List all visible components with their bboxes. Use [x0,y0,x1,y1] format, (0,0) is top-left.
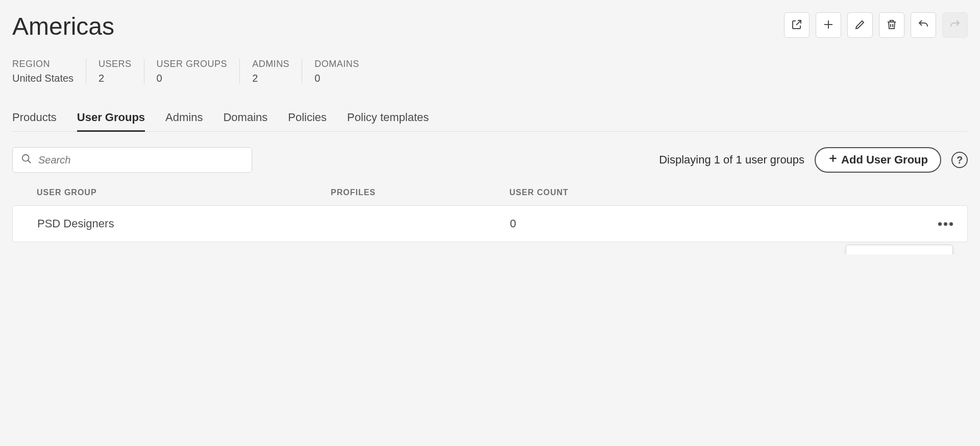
stat-admins: ADMINS 2 [240,59,302,84]
row-name: PSD Designers [37,217,331,230]
stat-users: USERS 2 [86,59,144,84]
undo-button[interactable] [911,12,936,38]
more-icon [938,222,942,226]
tab-policy-templates[interactable]: Policy templates [347,105,429,132]
delete-button[interactable] [879,12,904,38]
redo-button [942,12,968,38]
search-icon [21,153,38,167]
pencil-icon [854,18,866,32]
search-wrap[interactable] [12,147,252,173]
toolbar [784,12,968,38]
plus-icon [828,153,838,167]
stat-value: 2 [99,73,132,84]
tab-policies[interactable]: Policies [288,105,327,132]
svg-point-0 [22,155,29,161]
row-count: 0 [510,217,714,230]
stat-value: United States [12,73,74,84]
stat-label: DOMAINS [314,59,359,69]
context-menu: Edit User Group Delete User Group [846,245,953,254]
edit-button[interactable] [847,12,873,38]
add-button[interactable] [816,12,841,38]
help-button[interactable]: ? [951,152,968,168]
question-icon: ? [957,154,963,166]
stat-user-groups: USER GROUPS 0 [144,59,240,84]
export-icon [791,18,803,32]
add-button-label: Add User Group [841,153,928,167]
tab-domains[interactable]: Domains [223,105,267,132]
plus-icon [822,18,835,32]
tabs: Products User Groups Admins Domains Poli… [12,105,968,132]
add-user-group-button[interactable]: Add User Group [815,147,941,173]
stat-label: REGION [12,59,74,69]
stat-label: USER GROUPS [157,59,228,69]
menu-edit-user-group[interactable]: Edit User Group [846,245,952,254]
page-title: Americas [12,12,114,40]
th-profiles: PROFILES [331,188,509,197]
export-button[interactable] [784,12,810,38]
stat-domains: DOMAINS 0 [302,59,372,84]
stat-label: ADMINS [252,59,289,69]
th-user-count: USER COUNT [509,188,714,197]
undo-icon [917,18,929,32]
tab-user-groups[interactable]: User Groups [77,105,145,132]
tab-products[interactable]: Products [12,105,57,132]
stat-value: 2 [252,73,289,84]
tab-admins[interactable]: Admins [165,105,203,132]
stat-region: REGION United States [12,59,86,84]
th-user-group: USER GROUP [37,188,331,197]
displaying-count: Displaying 1 of 1 user groups [659,153,804,167]
redo-icon [949,18,961,32]
table-header: USER GROUP PROFILES USER COUNT [12,188,968,205]
table-row[interactable]: PSD Designers 0 Edit User Group Delete U… [12,205,968,242]
stat-label: USERS [99,59,132,69]
stat-value: 0 [157,73,228,84]
stats-row: REGION United States USERS 2 USER GROUPS… [12,59,968,84]
more-options-button[interactable] [936,220,955,228]
controls-row: Displaying 1 of 1 user groups Add User G… [12,147,968,173]
trash-icon [886,18,898,32]
search-input[interactable] [38,154,243,166]
stat-value: 0 [314,73,359,84]
